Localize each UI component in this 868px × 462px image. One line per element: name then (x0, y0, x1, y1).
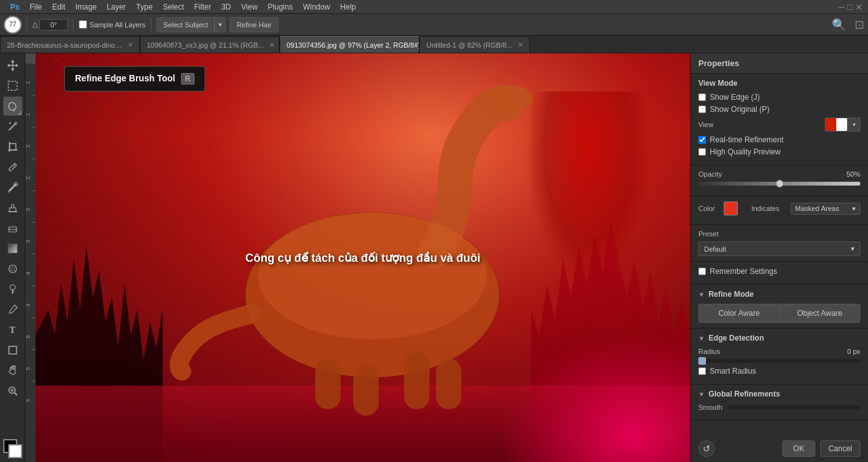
magic-wand-tool[interactable] (3, 117, 22, 136)
sample-all-layers-checkbox[interactable] (79, 20, 87, 29)
lasso-tool[interactable] (3, 97, 22, 116)
minimize-btn[interactable]: ─ (839, 2, 845, 12)
menu-view[interactable]: View (236, 1, 263, 13)
radius-slider[interactable] (698, 359, 860, 363)
search-icon[interactable]: 🔍 (832, 18, 846, 32)
menu-ps[interactable]: Ps (5, 1, 25, 13)
crop-tool[interactable] (3, 137, 22, 156)
smooth-slider[interactable] (728, 405, 860, 409)
view-mode-icon[interactable]: ⊡ (855, 18, 864, 32)
select-subject-button[interactable]: Select Subject (156, 17, 214, 32)
high-quality-row: High Quality Preview (698, 147, 860, 156)
tab-1[interactable]: 28-Brachiosaurus-a-sauropod-dinosaur.jpg… (0, 36, 140, 53)
menu-edit[interactable]: Edit (47, 1, 71, 13)
menu-type[interactable]: Type (131, 1, 158, 13)
menu-layer[interactable]: Layer (102, 1, 131, 13)
indicates-arrow-icon: ▾ (852, 205, 856, 213)
menu-window[interactable]: Window (298, 1, 336, 13)
hand-tool[interactable] (3, 361, 22, 380)
remember-checkbox[interactable] (698, 268, 706, 275)
view-dropdown-arrow[interactable]: ▾ (848, 118, 860, 132)
preset-dropdown[interactable]: Default ▾ (698, 241, 860, 256)
menu-image[interactable]: Image (71, 1, 102, 13)
svg-text:1: 1 (25, 81, 31, 84)
opacity-slider[interactable] (698, 182, 860, 186)
brush-tool[interactable] (3, 178, 22, 197)
scene-text: Công cụ để tách của đối tượng đầu và đuô… (245, 251, 480, 265)
radius-label: Radius (698, 348, 720, 355)
dodge-tool[interactable] (3, 280, 22, 299)
tab-4[interactable]: Untitled-1 @ 82% (RGB/8... ✕ (419, 36, 530, 53)
smart-radius-checkbox[interactable] (698, 367, 706, 375)
tab-1-close[interactable]: ✕ (128, 41, 133, 48)
svg-rect-20 (9, 346, 17, 354)
menu-filter[interactable]: Filter (189, 1, 216, 13)
move-tool[interactable] (3, 56, 22, 75)
opacity-thumb[interactable] (776, 180, 783, 187)
stamp-tool[interactable] (3, 198, 22, 217)
ok-button[interactable]: OK (782, 440, 815, 457)
reset-button[interactable]: ↺ (698, 440, 715, 457)
color-aware-button[interactable]: Color Aware (698, 304, 779, 323)
view-preview-control[interactable]: ▾ (825, 118, 860, 132)
svg-line-1 (13, 110, 15, 111)
menu-file[interactable]: File (25, 1, 47, 13)
tab-2[interactable]: 109640873_xx3.jpg @ 21.1% (RGB... ✕ (140, 36, 280, 53)
show-original-checkbox[interactable] (698, 105, 706, 113)
show-edge-label: Show Edge (J) (710, 93, 760, 102)
svg-line-22 (15, 393, 17, 395)
edge-detection-header[interactable]: ▼ Edge Detection (698, 334, 860, 343)
svg-rect-6 (10, 144, 16, 150)
menu-plugins[interactable]: Plugins (262, 1, 297, 13)
ruler-v-svg: 1 1 2 2 3 3 4 4 5 (25, 64, 36, 462)
svg-point-16 (9, 265, 17, 273)
smooth-row: Smooth (698, 404, 860, 411)
shape-tool[interactable] (3, 341, 22, 360)
color-swatch[interactable] (724, 201, 738, 215)
gradient-tool[interactable] (3, 239, 22, 258)
close-btn[interactable]: ✕ (855, 2, 863, 12)
menu-select[interactable]: Select (158, 1, 189, 13)
refine-hair-button[interactable]: Refine Hair (229, 17, 278, 32)
show-edge-checkbox[interactable] (698, 93, 706, 101)
maximize-btn[interactable]: □ (848, 2, 853, 12)
pen-tool[interactable] (3, 300, 22, 319)
realtime-checkbox[interactable] (698, 136, 706, 144)
fg-bg-colors[interactable] (3, 439, 22, 458)
refine-mode-section: ▼ Refine Mode Color Aware Object Aware (691, 285, 868, 329)
view-mode-section: View Mode Show Edge (J) Show Original (P… (691, 74, 868, 165)
brush-size-indicator[interactable]: 77 (4, 16, 22, 34)
menu-help[interactable]: Help (335, 1, 361, 13)
eyedropper-tool[interactable] (3, 158, 22, 177)
global-refinements-title: Global Refinements (709, 390, 780, 398)
global-refinements-arrow-icon: ▼ (698, 391, 705, 398)
sample-all-layers-text: Sample All Layers (90, 21, 146, 29)
object-aware-button[interactable]: Object Aware (779, 304, 860, 323)
radius-thumb[interactable] (698, 357, 706, 365)
top-toolbar: 77 △ 0° Sample All Layers Select Subject… (0, 14, 868, 36)
view-preview-row: View ▾ (698, 118, 860, 132)
cancel-button[interactable]: Cancel (820, 440, 860, 457)
left-toolbar: T (0, 53, 25, 462)
canvas-image[interactable]: Công cụ để tách của đối tượng đầu và đuô… (36, 53, 690, 462)
global-refinements-header[interactable]: ▼ Global Refinements (698, 390, 860, 398)
selection-tool[interactable] (3, 76, 22, 95)
panel-bottom: ↺ OK Cancel (691, 435, 868, 462)
high-quality-checkbox[interactable] (698, 148, 706, 156)
tab-2-close[interactable]: ✕ (269, 41, 275, 48)
tab-4-close[interactable]: ✕ (518, 41, 523, 48)
indicates-dropdown[interactable]: Masked Areas ▾ (790, 203, 860, 215)
menu-3d[interactable]: 3D (216, 1, 236, 13)
blur-tool[interactable] (3, 259, 22, 278)
select-subject-dropdown-arrow[interactable]: ▾ (214, 17, 226, 32)
angle-input[interactable]: 0° (39, 19, 68, 31)
eraser-tool[interactable] (3, 219, 22, 238)
view-preview-swatch (825, 118, 848, 132)
sample-all-layers-label[interactable]: Sample All Layers (79, 20, 146, 29)
refine-mode-header[interactable]: ▼ Refine Mode (698, 290, 860, 299)
high-quality-label: High Quality Preview (710, 147, 780, 156)
tab-3[interactable]: 0913074356.jpg @ 97% (Layer 2, RGB/8#) *… (280, 36, 419, 53)
zoom-tool[interactable] (3, 381, 22, 400)
view-mode-header[interactable]: View Mode (698, 79, 860, 88)
text-tool[interactable]: T (3, 320, 22, 339)
